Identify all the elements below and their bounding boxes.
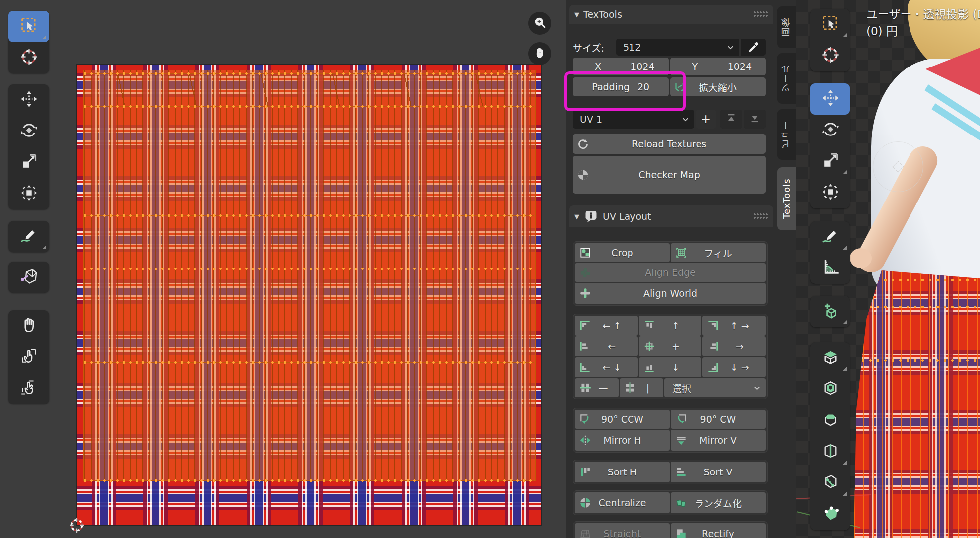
size-eyedropper-button[interactable]	[741, 39, 766, 56]
randomize-label: ランダム化	[695, 496, 742, 510]
rotate-90-ccw-button[interactable]: 90° CCW	[575, 410, 670, 429]
sidebar-tab-3[interactable]: ビュー	[777, 109, 796, 160]
align-top-right-label: ↑ →	[730, 320, 749, 331]
measure-tool-button[interactable]	[810, 253, 850, 284]
align-world-button[interactable]: Align World	[575, 283, 766, 304]
skirt-vertex-row	[854, 305, 980, 309]
rectify-button[interactable]: Rectify	[671, 523, 766, 538]
align-bottom-left-button[interactable]: ← ↓	[575, 357, 638, 377]
add-uv-map-button[interactable]: +	[696, 110, 716, 129]
viewport-overlay-text: ユーザー・透視投影 (D (0) 円	[866, 6, 980, 40]
textools-panel-header[interactable]: ▼ TexTools	[569, 5, 773, 24]
cursor-tool-button[interactable]	[8, 42, 49, 73]
uv-map-dropdown[interactable]: UV 1	[573, 110, 694, 129]
sort-v-label: Sort V	[704, 467, 733, 477]
knife-tool-button[interactable]	[810, 468, 850, 499]
y-label: Y	[692, 61, 698, 72]
sidebar-tab-1[interactable]: 画像	[777, 6, 796, 48]
transform-tool-button[interactable]	[810, 177, 850, 208]
annotate-tool-button[interactable]	[810, 221, 850, 253]
align-right-button[interactable]: →	[702, 336, 766, 356]
grip-dots-icon[interactable]	[754, 11, 769, 18]
selection-mode-value: 選択	[672, 381, 691, 395]
rotate-90-cw-button[interactable]: 90° CW	[671, 410, 766, 429]
fill-icon	[675, 246, 688, 259]
add-cube-tool-button[interactable]	[810, 296, 850, 327]
align-left-button[interactable]: ←	[575, 336, 638, 356]
padding-field[interactable]: Padding 20	[573, 77, 669, 96]
pinch-tool-button[interactable]	[8, 373, 49, 404]
grip-dots-icon[interactable]	[754, 213, 769, 220]
align-top-icon	[643, 319, 656, 332]
move-uv-bottom-button[interactable]	[744, 110, 766, 129]
sort-h-button[interactable]: Sort H	[575, 462, 670, 482]
align-top-left-button[interactable]: ← ↑	[575, 316, 638, 336]
align-top-right-button[interactable]: ↑ →	[702, 316, 766, 336]
straight-button[interactable]: Straight	[575, 523, 670, 538]
sort-v-icon	[675, 466, 688, 478]
bevel-tool-button[interactable]	[810, 405, 850, 436]
chevron-down-icon	[752, 383, 762, 393]
grab-tool-button[interactable]	[8, 310, 49, 341]
magnifier-plus-icon	[533, 16, 547, 31]
rectify-label: Rectify	[702, 528, 734, 538]
texture-size-x-field[interactable]: X 1024	[573, 58, 669, 75]
uv-image-editor-canvas[interactable]	[0, 0, 566, 538]
sort-v-button[interactable]: Sort V	[671, 462, 766, 482]
transform-tool-button[interactable]	[8, 178, 49, 209]
align-edge-label: Align Edge	[645, 267, 696, 278]
move-tool-button[interactable]	[810, 83, 850, 115]
move-tool-button[interactable]	[8, 84, 49, 116]
mirror-v-label: Mirror V	[700, 435, 737, 446]
align-bottom-button[interactable]: ↓	[639, 357, 702, 377]
centralize-button[interactable]: Centralize	[575, 492, 670, 513]
knife-icon	[821, 473, 840, 493]
cursor-tool-button[interactable]	[810, 40, 850, 71]
viewport-3d[interactable]: ユーザー・透視投影 (D (0) 円	[796, 0, 980, 538]
align-bottom-right-button[interactable]: ↓ →	[702, 357, 766, 377]
toolbar-group	[8, 11, 49, 73]
pan-gizmo-button[interactable]	[528, 42, 551, 65]
mirror-v-button[interactable]: Mirror V	[671, 430, 766, 451]
zoom-gizmo-button[interactable]	[528, 12, 551, 35]
relax-tool-button[interactable]	[8, 341, 49, 373]
sidebar-tab-4[interactable]: TexTools	[777, 167, 796, 230]
move-uv-top-button[interactable]	[720, 110, 742, 129]
sidebar-tab-2[interactable]: ツール	[777, 53, 796, 104]
scale-tool-button[interactable]	[8, 147, 49, 178]
selection-mode-dropdown[interactable]: 選択	[664, 378, 766, 397]
distribute-horizontal-button[interactable]: —	[575, 378, 619, 397]
randomize-button[interactable]: ランダム化	[671, 492, 766, 513]
grab-icon	[20, 316, 38, 336]
select-box-tool-button[interactable]	[8, 11, 49, 42]
reload-textures-button[interactable]: Reload Textures	[573, 134, 766, 154]
checker-map-button[interactable]: Checker Map	[573, 156, 766, 194]
uv-layout-panel-header[interactable]: ▼ UV Layout	[569, 205, 773, 227]
size-row: サイズ: 512	[573, 39, 766, 56]
active-object-text: (0) 円	[866, 23, 980, 40]
texture-size-y-field[interactable]: Y 1024	[670, 58, 766, 75]
rip-region-tool-button[interactable]	[8, 262, 49, 293]
fill-button[interactable]: フィル	[671, 243, 766, 262]
align-top-button[interactable]: ↑	[639, 316, 702, 336]
transform-icon	[821, 183, 840, 203]
poly-build-tool-button[interactable]	[810, 499, 850, 530]
scale-apply-button[interactable]: 拡大縮小	[670, 77, 766, 96]
scale-tool-button[interactable]	[810, 146, 850, 177]
distribute-vertical-button[interactable]: |	[620, 378, 663, 397]
rip-region-icon	[20, 267, 38, 287]
loop-cut-tool-button[interactable]	[810, 436, 850, 468]
annotate-tool-button[interactable]	[8, 221, 49, 252]
select-box-tool-button[interactable]	[810, 9, 850, 40]
align-top-left-icon	[579, 319, 592, 332]
size-dropdown[interactable]: 512	[616, 39, 739, 56]
inset-faces-tool-button[interactable]	[810, 374, 850, 405]
align-center-button[interactable]: +	[639, 336, 702, 356]
crop-button[interactable]: Crop	[575, 243, 670, 262]
extrude-region-tool-button[interactable]	[810, 342, 850, 374]
align-edge-button[interactable]: Align Edge	[575, 263, 766, 282]
rotate-tool-button[interactable]	[810, 115, 850, 146]
align-center-icon	[643, 340, 656, 353]
mirror-h-button[interactable]: Mirror H	[575, 430, 670, 451]
rotate-tool-button[interactable]	[8, 116, 49, 147]
